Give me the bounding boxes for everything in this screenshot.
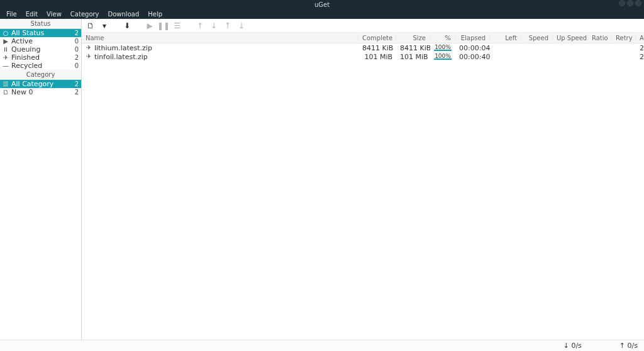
progress-bar: 100%	[434, 45, 452, 51]
sidebar-item-label: Queuing	[11, 45, 40, 53]
cell-size: 101 MiB	[396, 53, 430, 61]
cell-elapsed: 00:00:04	[455, 44, 490, 52]
sidebar-item-new0[interactable]: 🗋New 0 2	[0, 88, 81, 96]
plane-icon: ✈	[3, 55, 9, 61]
sidebar-item-count: 2	[75, 89, 79, 96]
menu-bar: File Edit View Category Download Help	[0, 9, 644, 19]
window-title: uGet	[314, 1, 330, 8]
pause-icon[interactable]: ❚❚	[158, 21, 169, 31]
cell-elapsed: 00:00:40	[455, 53, 490, 61]
menu-help[interactable]: Help	[144, 9, 166, 19]
cell-size: 8411 KiB	[396, 44, 430, 52]
plane-icon: ✈	[86, 45, 92, 51]
sidebar-item-count: 2	[75, 54, 79, 61]
move-up-icon[interactable]: ↑	[195, 21, 205, 31]
sidebar-item-count: 2	[75, 81, 79, 87]
col-speed[interactable]: Speed	[521, 35, 553, 42]
status-bar: ↓ 0/s ↑ 0/s	[0, 340, 644, 351]
cell-complete: 101 MiB	[358, 53, 396, 61]
sidebar-item-recycled[interactable]: —Recycled 0	[0, 62, 81, 70]
content-panel: 🗋 ▾ ⬇ ▶ ❚❚ ☰ ↑ ↓ ⤒ ⤓ Name Complete Size …	[82, 19, 644, 340]
table-header: Name Complete Size % Elapsed Left Speed …	[82, 33, 644, 43]
sidebar-item-label: All Status	[11, 29, 44, 37]
dropdown-icon[interactable]: ▾	[99, 21, 109, 31]
maximize-icon[interactable]	[627, 0, 633, 6]
sidebar-item-label: Recycled	[11, 62, 42, 70]
dash-icon: —	[3, 63, 9, 69]
cell-name: tinfoil.latest.zip	[94, 53, 148, 61]
sidebar-item-count: 0	[75, 62, 79, 69]
col-size[interactable]: Size	[396, 35, 430, 42]
menu-edit[interactable]: Edit	[22, 9, 42, 19]
pause-icon: ⏸	[3, 47, 9, 53]
status-up-speed: ↑ 0/s	[619, 342, 638, 350]
new-download-icon[interactable]: 🗋	[86, 21, 96, 31]
minimize-icon[interactable]	[619, 0, 625, 6]
col-left[interactable]: Left	[490, 35, 521, 42]
menu-view[interactable]: View	[43, 9, 65, 19]
plane-icon: ✈	[86, 53, 92, 60]
col-complete[interactable]: Complete	[358, 35, 396, 42]
sidebar-item-queuing[interactable]: ⏸Queuing 0	[0, 45, 81, 53]
play-icon: ▶	[3, 38, 9, 45]
sidebar-item-count: 0	[75, 46, 79, 53]
col-added[interactable]: Added On	[636, 35, 644, 42]
cell-name: lithium.latest.zip	[94, 44, 152, 52]
table-row[interactable]: ✈tinfoil.latest.zip 101 MiB 101 MiB 100%…	[82, 52, 644, 61]
move-top-icon[interactable]: ⤒	[223, 21, 233, 31]
col-name[interactable]: Name	[82, 35, 358, 42]
cell-added: 2020-04-23 23:05:29	[636, 44, 644, 52]
menu-download[interactable]: Download	[104, 9, 143, 19]
menu-file[interactable]: File	[3, 9, 21, 19]
close-icon[interactable]	[635, 0, 641, 6]
sidebar-item-active[interactable]: ▶Active 0	[0, 37, 81, 45]
sidebar-item-all-status[interactable]: ○All Status 2	[0, 29, 81, 37]
main-panel: Status ○All Status 2 ▶Active 0 ⏸Queuing …	[0, 19, 644, 340]
sidebar-status-header: Status	[0, 19, 81, 29]
col-retry[interactable]: Retry	[612, 35, 636, 42]
col-ratio[interactable]: Ratio	[588, 35, 612, 42]
cell-complete: 8411 KiB	[358, 44, 396, 52]
sidebar-item-label: New 0	[11, 88, 33, 96]
download-table: Name Complete Size % Elapsed Left Speed …	[82, 33, 644, 340]
sidebar-category-header: Category	[0, 70, 81, 80]
progress-bar: 100%	[434, 53, 452, 60]
file-icon: 🗋	[3, 89, 9, 96]
move-down-icon[interactable]: ↓	[209, 21, 219, 31]
list-icon: ☰	[3, 81, 9, 87]
save-icon[interactable]: ⬇	[122, 21, 132, 31]
properties-icon[interactable]: ☰	[172, 21, 182, 31]
col-elapsed[interactable]: Elapsed	[455, 35, 490, 42]
status-down-speed: ↓ 0/s	[564, 342, 582, 350]
col-upspeed[interactable]: Up Speed	[553, 35, 588, 42]
col-percent[interactable]: %	[430, 35, 455, 42]
sidebar-item-label: All Category	[11, 80, 53, 88]
start-icon[interactable]: ▶	[145, 21, 155, 31]
sidebar-item-count: 2	[75, 30, 79, 36]
sidebar: Status ○All Status 2 ▶Active 0 ⏸Queuing …	[0, 19, 82, 340]
cell-added: 2020-04-23 22:59:02	[636, 53, 644, 61]
menu-category[interactable]: Category	[67, 9, 103, 19]
sidebar-item-count: 0	[75, 38, 79, 45]
circle-icon: ○	[3, 30, 9, 36]
move-bottom-icon[interactable]: ⤓	[236, 21, 247, 31]
title-bar: uGet	[0, 0, 644, 9]
sidebar-item-label: Finished	[11, 53, 40, 62]
toolbar: 🗋 ▾ ⬇ ▶ ❚❚ ☰ ↑ ↓ ⤒ ⤓	[82, 19, 644, 33]
sidebar-item-finished[interactable]: ✈Finished 2	[0, 53, 81, 62]
table-row[interactable]: ✈lithium.latest.zip 8411 KiB 8411 KiB 10…	[82, 43, 644, 52]
sidebar-item-all-category[interactable]: ☰All Category 2	[0, 80, 81, 88]
sidebar-item-label: Active	[11, 37, 33, 45]
